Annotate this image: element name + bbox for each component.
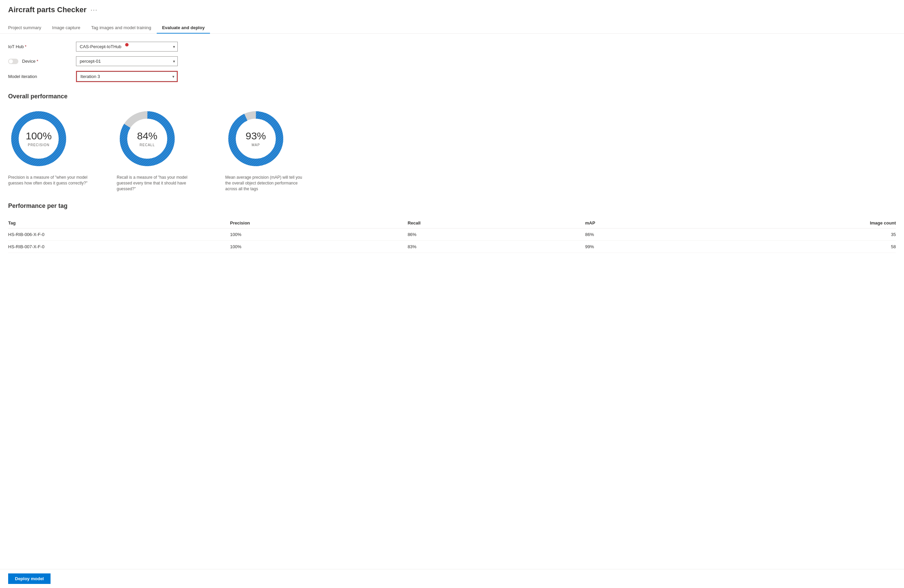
precision-chart-item: 100% PRECISION Precision is a measure of… (8, 108, 90, 186)
recall-description: Recall is a measure of "has your model g… (117, 175, 198, 192)
precision-description: Precision is a measure of "when your mod… (8, 175, 90, 186)
recall-value: 84% (137, 130, 157, 142)
performance-charts: 100% PRECISION Precision is a measure of… (8, 108, 896, 192)
navigation-tabs: Project summary Image capture Tag images… (0, 17, 904, 33)
row2-map: 99% (585, 241, 763, 253)
app-title: Aircraft parts Checker (8, 5, 87, 14)
device-dropdown[interactable]: percept-01 (76, 56, 178, 66)
col-header-map: mAP (585, 218, 763, 229)
iot-hub-label: IoT Hub * (8, 44, 76, 49)
iot-hub-required: * (25, 44, 27, 49)
overall-performance-title: Overall performance (8, 93, 896, 100)
recall-chart-item: 84% RECALL Recall is a measure of "has y… (117, 108, 198, 192)
iot-hub-row: IoT Hub * CAS-Percept-IoTHub ▾ (8, 42, 896, 52)
device-row: Device * percept-01 ▾ (8, 56, 896, 66)
iot-hub-status-dot (125, 43, 128, 46)
device-wrapper: percept-01 ▾ (76, 56, 178, 66)
model-iteration-wrapper: Iteration 3 ▾ (76, 71, 178, 82)
col-header-recall: Recall (408, 218, 585, 229)
tab-project-summary[interactable]: Project summary (8, 22, 47, 33)
tab-evaluate-deploy[interactable]: Evaluate and deploy (157, 22, 210, 33)
precision-donut-label: 100% PRECISION (26, 130, 52, 147)
performance-per-tag-title: Performance per tag (8, 202, 896, 210)
map-donut-label: 93% MAP (246, 130, 266, 147)
row2-recall: 83% (408, 241, 585, 253)
row1-map: 86% (585, 229, 763, 241)
main-content: IoT Hub * CAS-Percept-IoTHub ▾ Device * … (0, 33, 904, 261)
row1-precision: 100% (230, 229, 408, 241)
map-chart: 93% MAP (225, 108, 286, 169)
performance-table: Tag Precision Recall mAP Image count HS-… (8, 218, 896, 253)
performance-per-tag-section: Performance per tag Tag Precision Recall… (8, 202, 896, 253)
recall-sublabel: RECALL (140, 143, 155, 147)
app-header: Aircraft parts Checker ··· (0, 0, 904, 14)
recall-chart: 84% RECALL (117, 108, 178, 169)
map-chart-item: 93% MAP Mean average precision (mAP) wil… (225, 108, 307, 192)
table-header-row: Tag Precision Recall mAP Image count (8, 218, 896, 229)
precision-chart: 100% PRECISION (8, 108, 69, 169)
model-iteration-row: Model iteration Iteration 3 ▾ (8, 71, 896, 82)
table-body: HS-RIB-006-X-F-0 100% 86% 86% 35 HS-RIB-… (8, 229, 896, 253)
more-options-icon[interactable]: ··· (90, 6, 98, 14)
row2-tag: HS-RIB-007-X-F-0 (8, 241, 230, 253)
row1-imagecount: 35 (763, 229, 896, 241)
row2-precision: 100% (230, 241, 408, 253)
form-section: IoT Hub * CAS-Percept-IoTHub ▾ Device * … (8, 42, 896, 82)
precision-value: 100% (26, 130, 52, 142)
row1-tag: HS-RIB-006-X-F-0 (8, 229, 230, 241)
device-label-wrapper: Device * (8, 59, 76, 64)
row2-imagecount: 58 (763, 241, 896, 253)
map-sublabel: MAP (252, 143, 260, 147)
tab-image-capture[interactable]: Image capture (47, 22, 86, 33)
table-header: Tag Precision Recall mAP Image count (8, 218, 896, 229)
tab-tag-images[interactable]: Tag images and model training (86, 22, 157, 33)
table-row: HS-RIB-007-X-F-0 100% 83% 99% 58 (8, 241, 896, 253)
table-row: HS-RIB-006-X-F-0 100% 86% 86% 35 (8, 229, 896, 241)
model-iteration-label: Model iteration (8, 74, 76, 79)
model-iteration-dropdown[interactable]: Iteration 3 (77, 71, 177, 81)
overall-performance-section: Overall performance (8, 93, 896, 192)
device-required: * (36, 59, 38, 64)
col-header-tag: Tag (8, 218, 230, 229)
map-description: Mean average precision (mAP) will tell y… (225, 175, 307, 192)
col-header-precision: Precision (230, 218, 408, 229)
iot-hub-wrapper: CAS-Percept-IoTHub ▾ (76, 42, 178, 52)
device-toggle[interactable] (8, 59, 18, 64)
recall-donut-label: 84% RECALL (137, 130, 157, 147)
map-value: 93% (246, 130, 266, 142)
col-header-imagecount: Image count (763, 218, 896, 229)
row1-recall: 86% (408, 229, 585, 241)
precision-sublabel: PRECISION (28, 143, 49, 147)
